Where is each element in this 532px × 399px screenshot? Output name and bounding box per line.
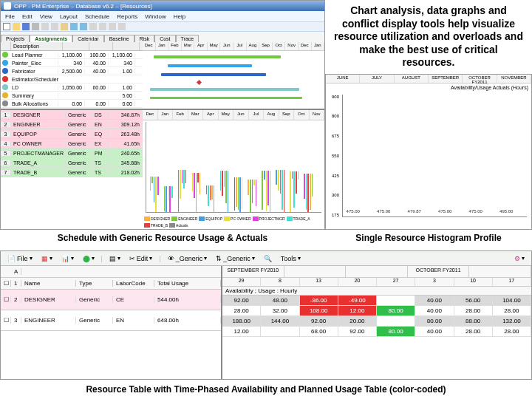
grid-cell[interactable]: 12.00 xyxy=(222,327,261,337)
grid-cell[interactable]: 40.00 xyxy=(415,306,454,316)
menu-edit[interactable]: Edit xyxy=(22,13,33,20)
grid-cell[interactable]: 132.00 xyxy=(493,316,531,327)
gantt-bar[interactable] xyxy=(150,88,299,91)
resource-row[interactable]: Lead Planner 1,100.00 100.00 1,100.00 xyxy=(1,51,143,59)
redo-icon[interactable] xyxy=(80,23,87,30)
grid-cell[interactable]: 28.00 xyxy=(222,306,261,316)
grid-cell[interactable]: 88.00 xyxy=(454,316,493,327)
grid-cell[interactable]: 104.00 xyxy=(493,296,531,306)
row-labor: Generic xyxy=(66,132,92,137)
usage-row[interactable]: 1 DESIGNER Generic DS 346.87h xyxy=(1,110,143,120)
grid-cell[interactable]: 28.00 xyxy=(454,306,493,316)
menu-schedule[interactable]: Schedule xyxy=(85,13,109,20)
menu-layout[interactable]: Layout xyxy=(60,13,78,20)
settings-menu[interactable]: ⚙▾ xyxy=(512,254,527,263)
menu-window[interactable]: Window xyxy=(145,13,166,20)
grid-cell[interactable]: 48.00 xyxy=(261,296,299,306)
grid-cell[interactable] xyxy=(261,327,299,337)
grid-cell[interactable]: 28.00 xyxy=(493,327,531,337)
grid-cell[interactable]: 92.00 xyxy=(222,296,261,306)
chart-menu[interactable]: 📊▾ xyxy=(59,254,76,263)
row-checkbox[interactable]: ☐ xyxy=(1,296,11,303)
grid-cell[interactable] xyxy=(377,316,415,327)
resource-row[interactable]: Painter_Elec 340 40.00 340 xyxy=(1,59,143,67)
undo-icon[interactable] xyxy=(70,23,78,30)
usage-row[interactable]: 7 TRADE_B Generic TS 218.02h xyxy=(1,168,143,177)
copy-icon[interactable] xyxy=(51,23,58,30)
grid-cell[interactable]: 32.00 xyxy=(261,306,299,316)
gantt-bar[interactable] xyxy=(161,73,267,76)
menu-file[interactable]: File xyxy=(5,13,15,20)
grid-cell[interactable]: -49.00 xyxy=(338,296,377,306)
grid-cell[interactable]: 188.00 xyxy=(222,316,261,327)
tab-calendar[interactable]: Calendar xyxy=(72,35,103,42)
grid-cell[interactable]: 108.00 xyxy=(300,306,338,316)
grid-cell[interactable]: -86.00 xyxy=(300,296,338,306)
resource-row[interactable]: LD 1,050.00 60.00 1.00 xyxy=(1,83,143,92)
gantt-bar[interactable] xyxy=(168,64,251,67)
link-icon[interactable] xyxy=(89,23,97,30)
tab-assignments[interactable]: Assignments xyxy=(30,35,72,42)
zoom-out-icon[interactable] xyxy=(118,23,126,30)
edit-menu[interactable]: ✂Edit▾ xyxy=(127,254,155,263)
grid-cell[interactable]: 92.00 xyxy=(338,327,377,337)
zoom-in-icon[interactable] xyxy=(109,23,116,30)
menu-reports[interactable]: Reports xyxy=(117,13,137,20)
grid-cell[interactable]: 80.00 xyxy=(415,316,454,327)
file-menu[interactable]: 📄File▾ xyxy=(5,254,35,263)
usage-row[interactable]: 4 PC OWNER Generic EX 41.65h xyxy=(1,139,143,149)
grid-cell[interactable]: 20.00 xyxy=(338,316,377,327)
row-checkbox[interactable]: ☐ xyxy=(1,317,11,324)
gantt-chart[interactable]: DecJanFebMarAprMayJunJulAugSepOctNovDecJ… xyxy=(143,42,324,109)
color-menu[interactable]: ⬤▾ xyxy=(81,254,97,263)
layers-menu[interactable]: ▤▾ xyxy=(107,254,123,263)
grid-cell[interactable]: 12.00 xyxy=(338,306,377,316)
generic-filter-2[interactable]: ⇅_Generic▾ xyxy=(214,254,257,263)
search-button[interactable]: 🔍 xyxy=(262,254,274,263)
grid-cell[interactable]: 28.00 xyxy=(493,306,531,316)
resource-row-engineer[interactable]: ☐ 3 ENGINEER Generic EN 648.00h xyxy=(1,310,221,331)
gantt-summary-bar[interactable] xyxy=(150,97,303,99)
menu-view[interactable]: View xyxy=(40,13,52,20)
tools-menu[interactable]: Tools▾ xyxy=(279,254,303,263)
usage-row[interactable]: 3 EQUIPOP Generic EQ 263.48h xyxy=(1,129,143,139)
gantt-bar[interactable] xyxy=(154,55,281,58)
filter-icon[interactable] xyxy=(99,23,106,30)
resource-row[interactable]: Estimator/Scheduler xyxy=(1,75,143,83)
tab-baseline[interactable]: Baseline xyxy=(104,35,134,42)
grid-cell[interactable]: 68.00 xyxy=(300,327,338,337)
resource-row-designer[interactable]: ☐ 2 DESIGNER Generic CE 544.00h xyxy=(1,290,221,310)
tab-cost[interactable]: Cost xyxy=(154,35,175,42)
generic-filter-1[interactable]: 👁_Generic▾ xyxy=(166,254,210,263)
tab-trace[interactable]: Trace xyxy=(176,35,200,42)
resource-row[interactable]: Bulk Allocations 0.00 0.00 0.00 xyxy=(1,100,143,108)
usage-row[interactable]: 2 ENGINEER Generic EN 309.12h xyxy=(1,120,143,129)
grid-cell[interactable]: 40.00 xyxy=(415,327,454,337)
menu-help[interactable]: Help xyxy=(174,13,185,20)
new-icon[interactable] xyxy=(3,23,10,30)
cut-icon[interactable] xyxy=(41,23,49,30)
usage-row[interactable]: 6 TRADE_A Generic TS 345.88h xyxy=(1,158,143,168)
gantt-milestone[interactable] xyxy=(197,80,202,85)
grid-cell[interactable]: 80.00 xyxy=(377,306,415,316)
resource-row[interactable]: Summary 5.00 xyxy=(1,92,143,100)
usage-row[interactable]: 5 PROJECTMANAGER Generic PM 240.65h xyxy=(1,149,143,158)
bar-segment xyxy=(238,177,239,210)
open-icon[interactable] xyxy=(13,23,20,30)
grid-cell[interactable]: 40.00 xyxy=(415,296,454,306)
save-icon[interactable] xyxy=(22,23,30,30)
grid-cell[interactable]: 144.00 xyxy=(261,316,299,327)
tab-risk[interactable]: Risk xyxy=(134,35,155,42)
paste-icon[interactable] xyxy=(61,23,68,30)
grid-cell[interactable] xyxy=(377,296,415,306)
grid-cell[interactable]: 56.00 xyxy=(454,296,493,306)
grid-cell[interactable]: 92.00 xyxy=(300,316,338,327)
print-icon[interactable] xyxy=(32,23,39,30)
checkbox-header[interactable]: ☐ xyxy=(1,280,11,287)
tab-projects[interactable]: Projects xyxy=(1,35,30,42)
palette-menu[interactable]: ▦▾ xyxy=(39,254,55,263)
grid-cell[interactable]: 80.00 xyxy=(377,327,415,337)
resource-row[interactable]: Fabricator 2,500.00 40.00 1.00 xyxy=(1,67,143,75)
grid-cell[interactable]: 28.00 xyxy=(454,327,493,337)
bar-segment xyxy=(154,177,155,202)
